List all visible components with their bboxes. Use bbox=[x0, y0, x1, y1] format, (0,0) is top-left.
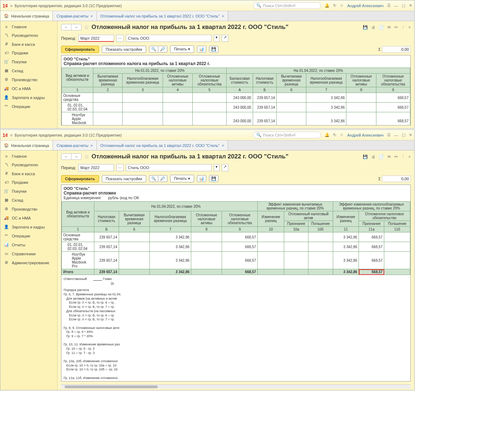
tab-close-icon[interactable]: × bbox=[90, 14, 93, 18]
org-open-button[interactable]: ↗ bbox=[222, 35, 228, 42]
back-button[interactable]: ← bbox=[61, 154, 71, 159]
org-dropdown-button[interactable]: ▾ bbox=[214, 164, 219, 171]
nav-admin[interactable]: ⚙Администрирование bbox=[0, 258, 57, 267]
zoom-in-icon[interactable]: 🔍 bbox=[149, 175, 158, 182]
form-button[interactable]: Сформировать bbox=[61, 46, 99, 53]
history-icon[interactable]: ↻ bbox=[333, 133, 336, 137]
bell-icon[interactable]: 🔔 bbox=[325, 133, 330, 137]
zoom-in-icon[interactable]: 🔍 bbox=[149, 46, 158, 53]
settings-icon[interactable]: ☰ bbox=[387, 133, 391, 137]
nav-warehouse[interactable]: ▦Склад bbox=[0, 66, 57, 75]
nav-assets[interactable]: 🚚ОС и НМА bbox=[0, 84, 57, 93]
nav-warehouse[interactable]: ▦Склад bbox=[0, 196, 57, 205]
excel-icon[interactable]: 📊 bbox=[197, 175, 206, 182]
print-button[interactable]: Печать ▾ bbox=[170, 175, 194, 182]
minimize-icon[interactable]: — bbox=[394, 133, 398, 137]
org-field[interactable]: Стиль ООО bbox=[126, 35, 212, 42]
nav-purchase[interactable]: 🛒Покупки bbox=[0, 187, 57, 196]
minimize-icon[interactable]: — bbox=[394, 4, 398, 8]
settings-button[interactable]: Показать настройки bbox=[102, 46, 146, 53]
excel-icon[interactable]: 📊 bbox=[197, 46, 206, 53]
nav-main[interactable]: ≡Главное bbox=[0, 152, 57, 161]
period-field[interactable]: Март 2022 bbox=[78, 35, 114, 42]
nav-bank[interactable]: ₽Банк и касса bbox=[0, 169, 57, 178]
link-icon[interactable]: ⚯ bbox=[394, 25, 397, 30]
nav-purchase[interactable]: 🛒Покупки bbox=[0, 57, 57, 66]
bell-icon[interactable]: 🔔 bbox=[325, 3, 330, 8]
menu-icon[interactable]: ≡ bbox=[10, 133, 13, 137]
close-icon[interactable]: ✕ bbox=[409, 133, 412, 137]
disk-icon[interactable]: 💾 bbox=[209, 46, 218, 53]
forward-button[interactable]: → bbox=[71, 24, 81, 30]
mail-icon[interactable]: ✉ bbox=[387, 154, 391, 159]
sum-icon[interactable]: Σ bbox=[378, 177, 381, 181]
favorite-icon[interactable]: ☆ bbox=[84, 153, 89, 161]
nav-reports[interactable]: 📊Отчеты bbox=[0, 240, 57, 249]
tab-close-icon[interactable]: × bbox=[222, 143, 224, 148]
nav-manager[interactable]: 〽Руководителю bbox=[0, 161, 57, 169]
back-button[interactable]: ← bbox=[61, 24, 71, 30]
nav-sales[interactable]: 🏷Продажи bbox=[0, 178, 57, 187]
tab-report[interactable]: Отложенный налог на прибыль за 1 квартал… bbox=[97, 11, 228, 21]
print-icon[interactable]: 🖨 bbox=[371, 154, 375, 159]
nav-assets[interactable]: 🚚ОС и НМА bbox=[0, 213, 57, 222]
zoom-out-icon[interactable]: 🔎 bbox=[158, 46, 167, 53]
tab-report[interactable]: Отложенный налог на прибыль за 1 квартал… bbox=[97, 141, 228, 150]
nav-ops[interactable]: ᴬᵏОперации bbox=[0, 231, 57, 240]
star-icon[interactable]: ☆ bbox=[340, 3, 344, 8]
search-input[interactable]: 🔍 Поиск Ctrl+Shift+F bbox=[253, 2, 321, 9]
close-panel-icon[interactable]: × bbox=[409, 154, 411, 159]
forward-button[interactable]: → bbox=[71, 154, 81, 159]
zoom-out-icon[interactable]: 🔎 bbox=[158, 175, 167, 182]
form-button[interactable]: Сформировать bbox=[61, 175, 99, 182]
search-input[interactable]: 🔍 Поиск Ctrl+Shift+F bbox=[253, 132, 321, 138]
user-name[interactable]: Андрей Алексеевич bbox=[347, 4, 384, 8]
period-picker-button[interactable]: … bbox=[116, 164, 124, 171]
nav-ops[interactable]: ᴬᵏОперации bbox=[0, 102, 57, 111]
nav-production[interactable]: ⚙Производство bbox=[0, 205, 57, 213]
maximize-icon[interactable]: ▢ bbox=[402, 3, 405, 8]
period-picker-button[interactable]: … bbox=[116, 35, 124, 42]
nav-manager[interactable]: 〽Руководителю bbox=[0, 31, 57, 40]
nav-sales[interactable]: 🏷Продажи bbox=[0, 49, 57, 57]
favorite-icon[interactable]: ☆ bbox=[84, 23, 89, 31]
tab-refs[interactable]: Справки-расчеты× bbox=[53, 11, 97, 21]
nav-main[interactable]: ≡Главное bbox=[0, 23, 57, 31]
mail-icon[interactable]: ✉ bbox=[387, 25, 391, 30]
tab-refs[interactable]: Справки-расчеты× bbox=[53, 141, 97, 150]
save-icon[interactable]: 💾 bbox=[363, 154, 368, 159]
history-icon[interactable]: ↻ bbox=[333, 3, 336, 8]
export-icon[interactable]: 📄 bbox=[379, 25, 384, 30]
nav-salary[interactable]: 👤Зарплата и кадры bbox=[0, 222, 57, 231]
org-field[interactable]: Стиль ООО bbox=[126, 164, 212, 171]
link-icon[interactable]: ⚯ bbox=[394, 154, 397, 159]
save-icon[interactable]: 💾 bbox=[363, 25, 368, 30]
tab-home[interactable]: 🏠 Начальная страница bbox=[0, 11, 53, 21]
tab-close-icon[interactable]: × bbox=[222, 14, 224, 18]
more-icon[interactable]: ⋮ bbox=[401, 25, 405, 30]
tab-close-icon[interactable]: × bbox=[90, 143, 93, 148]
close-icon[interactable]: ✕ bbox=[409, 3, 412, 8]
horizontal-scrollbar[interactable] bbox=[61, 384, 411, 389]
settings-icon[interactable]: ☰ bbox=[387, 3, 391, 8]
export-icon[interactable]: 📄 bbox=[379, 154, 384, 159]
nav-dirs[interactable]: ▭Справочники bbox=[0, 249, 57, 258]
sum-icon[interactable]: Σ bbox=[378, 47, 381, 51]
menu-icon[interactable]: ≡ bbox=[10, 4, 13, 8]
settings-button[interactable]: Показать настройки bbox=[102, 175, 146, 182]
more-icon[interactable]: ⋮ bbox=[401, 154, 405, 159]
star-icon[interactable]: ☆ bbox=[340, 133, 344, 137]
nav-production[interactable]: ⚙Производство bbox=[0, 75, 57, 84]
print-icon[interactable]: 🖨 bbox=[371, 25, 375, 30]
disk-icon[interactable]: 💾 bbox=[209, 175, 218, 182]
close-panel-icon[interactable]: × bbox=[409, 25, 411, 30]
print-button[interactable]: Печать ▾ bbox=[170, 45, 194, 53]
nav-bank[interactable]: ₽Банк и касса bbox=[0, 40, 57, 49]
org-dropdown-button[interactable]: ▾ bbox=[214, 35, 219, 42]
period-field[interactable]: Март 2022 bbox=[78, 164, 114, 171]
nav-salary[interactable]: 👤Зарплата и кадры bbox=[0, 93, 57, 102]
tab-home[interactable]: 🏠 Начальная страница bbox=[0, 141, 53, 150]
maximize-icon[interactable]: ▢ bbox=[402, 133, 405, 137]
org-open-button[interactable]: ↗ bbox=[222, 164, 228, 171]
user-name[interactable]: Андрей Алексеевич bbox=[347, 133, 384, 137]
